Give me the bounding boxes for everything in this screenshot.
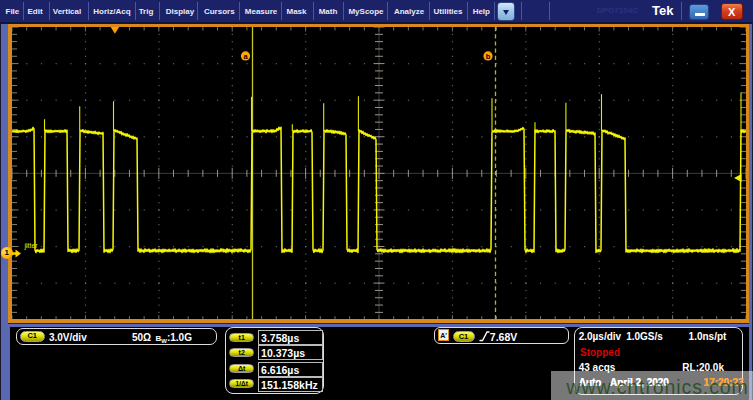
svg-text:b: b xyxy=(485,52,490,61)
svg-text:jitter: jitter xyxy=(23,242,38,250)
